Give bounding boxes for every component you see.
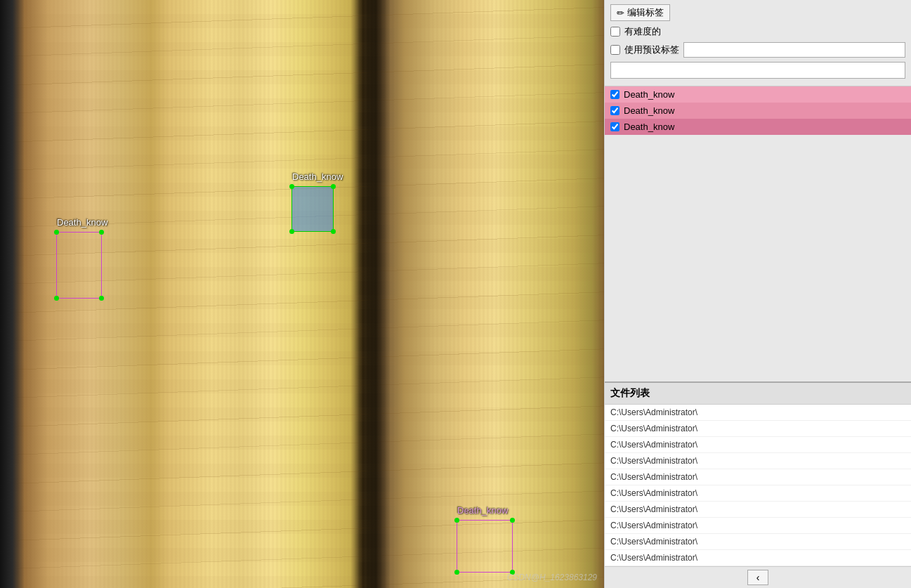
- file-item-1[interactable]: C:\Users\Administrator\: [605, 421, 911, 437]
- annotation-box-pink-left[interactable]: Death_know: [56, 232, 102, 299]
- annotation-label-pink-left: Death_know: [57, 217, 107, 228]
- corner-dot-tl: [289, 184, 294, 189]
- corner-dot-tl: [454, 518, 459, 523]
- corner-dot-tl: [54, 230, 59, 235]
- canvas-area[interactable]: Death_know Death_know Death_know CSDN@H_…: [0, 0, 604, 588]
- annotation-box-blue[interactable]: Death_know: [291, 186, 334, 232]
- pencil-icon: ✏: [617, 8, 624, 18]
- file-item-9[interactable]: C:\Users\Administrator\: [605, 550, 911, 566]
- file-list[interactable]: C:\Users\Administrator\ C:\Users\Adminis…: [605, 405, 911, 566]
- label-name-1: Death_know: [624, 89, 674, 100]
- file-item-0[interactable]: C:\Users\Administrator\: [605, 405, 911, 421]
- edit-label-text: 编辑标签: [627, 6, 664, 19]
- file-item-8[interactable]: C:\Users\Administrator\: [605, 534, 911, 550]
- corner-dot-br: [99, 296, 104, 301]
- panel-top: ✏ 编辑标签 有难度的 使用预设标签: [605, 0, 911, 86]
- edit-label-button[interactable]: ✏ 编辑标签: [610, 4, 670, 21]
- file-item-4[interactable]: C:\Users\Administrator\: [605, 469, 911, 485]
- use-preset-checkbox[interactable]: [610, 45, 620, 55]
- file-item-7[interactable]: C:\Users\Administrator\: [605, 518, 911, 534]
- label-checkbox-3[interactable]: [610, 122, 620, 131]
- dark-vertical-strip: [355, 0, 390, 588]
- file-list-header: 文件列表: [605, 383, 911, 405]
- label-checkbox-1[interactable]: [610, 90, 620, 99]
- right-panel: ✏ 编辑标签 有难度的 使用预设标签 Death_know Death_know: [604, 0, 911, 588]
- label-item-3[interactable]: Death_know: [605, 119, 911, 135]
- corner-dot-tr: [99, 230, 104, 235]
- use-preset-label: 使用预设标签: [624, 44, 679, 56]
- file-item-5[interactable]: C:\Users\Administrator\: [605, 485, 911, 502]
- difficult-row: 有难度的: [610, 25, 905, 38]
- watermark: CSDN@H_1623863129: [507, 573, 597, 582]
- label-checkbox-2[interactable]: [610, 106, 620, 115]
- search-label-input[interactable]: [610, 62, 905, 79]
- file-list-section: 文件列表 C:\Users\Administrator\ C:\Users\Ad…: [605, 381, 911, 566]
- difficult-checkbox[interactable]: [610, 27, 620, 37]
- corner-dot-tr: [331, 184, 336, 189]
- annotation-box-pink-bottom[interactable]: Death_know: [457, 520, 513, 573]
- spacer: [605, 135, 911, 381]
- dark-edge-left: [0, 0, 25, 588]
- corner-dot-bl: [54, 296, 59, 301]
- corner-dot-bl: [454, 570, 459, 575]
- annotation-label-pink-bottom: Death_know: [457, 505, 508, 516]
- edit-label-row: ✏ 编辑标签: [610, 4, 905, 21]
- difficult-label: 有难度的: [624, 25, 661, 38]
- bottom-nav: ‹: [605, 566, 911, 588]
- file-item-3[interactable]: C:\Users\Administrator\: [605, 453, 911, 469]
- corner-dot-br: [331, 229, 336, 234]
- label-list: Death_know Death_know Death_know: [605, 86, 911, 135]
- label-item-1[interactable]: Death_know: [605, 86, 911, 103]
- corner-dot-tr: [510, 518, 515, 523]
- label-item-2[interactable]: Death_know: [605, 103, 911, 119]
- annotation-label-blue: Death_know: [292, 171, 343, 182]
- label-name-2: Death_know: [624, 105, 674, 116]
- label-name-3: Death_know: [624, 122, 674, 132]
- corner-dot-bl: [289, 229, 294, 234]
- preset-label-input[interactable]: [683, 42, 905, 58]
- file-item-6[interactable]: C:\Users\Administrator\: [605, 502, 911, 518]
- file-item-2[interactable]: C:\Users\Administrator\: [605, 437, 911, 453]
- back-arrow-button[interactable]: ‹: [747, 570, 769, 585]
- preset-label-row: 使用预设标签: [610, 42, 905, 58]
